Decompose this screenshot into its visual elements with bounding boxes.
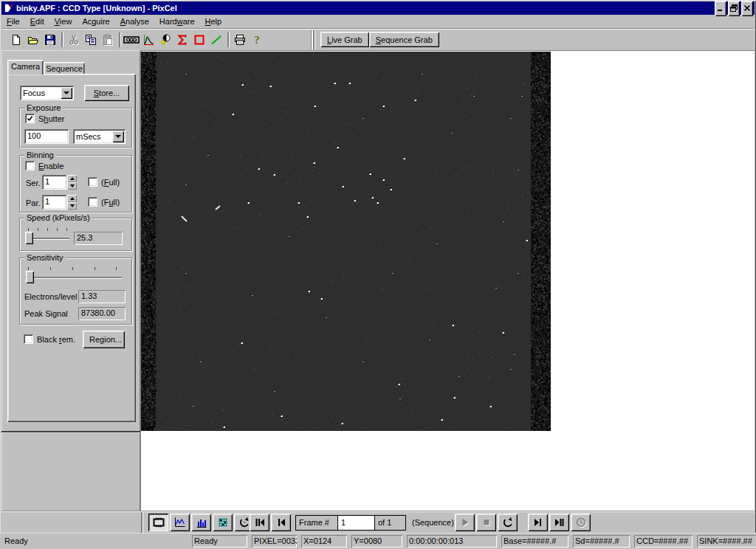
restore-icon (729, 4, 738, 12)
menu-help[interactable]: Help (200, 15, 227, 27)
ccd-readout-button[interactable] (123, 32, 140, 48)
status-panel-sd: Sd=#####.# (573, 535, 630, 548)
save-floppy-button[interactable] (41, 32, 58, 48)
speed-slider-thumb[interactable] (25, 232, 33, 244)
step-forward-button[interactable] (528, 514, 548, 531)
status-panel-y-0080: Y=0080 (351, 535, 402, 548)
timer-clock-button (571, 514, 591, 531)
status-panel-pixel-00331: PIXEL=00331 (252, 535, 297, 548)
app-icon (4, 3, 14, 13)
grid-table-icon (217, 517, 229, 528)
restore-button[interactable] (728, 1, 740, 16)
stop-icon (481, 517, 492, 528)
menu-analyse[interactable]: Analyse (115, 15, 154, 27)
status-panel-0-00-00-00-013: 0:00:00:00:013 (407, 535, 497, 548)
histogram-button[interactable] (140, 32, 157, 48)
film-frame-button[interactable] (148, 514, 168, 531)
minimize-button[interactable] (715, 1, 726, 16)
spin-down-icon[interactable] (67, 182, 77, 190)
ccd-readout-icon (123, 34, 140, 46)
line-plot-icon (174, 517, 186, 528)
parallel-full-checkbox[interactable]: (Full) (88, 197, 120, 207)
checkbox-icon (88, 197, 97, 207)
region-button[interactable]: Region... (83, 331, 125, 348)
status-panels: ReadyPIXEL=00331X=0124Y=00800:00:00:00:0… (192, 535, 756, 548)
dropdown-arrow-icon[interactable] (112, 131, 124, 142)
tab-camera[interactable]: Camera (7, 60, 44, 75)
readout-mode-select[interactable]: Focus (20, 86, 74, 100)
menu-view[interactable]: View (49, 15, 78, 27)
playback-buttons (455, 514, 518, 531)
new-file-button[interactable] (7, 32, 24, 48)
binning-enable-checkbox[interactable]: Enable (25, 161, 63, 170)
open-folder-button[interactable] (24, 32, 41, 48)
serial-binning-label: Ser. (26, 179, 41, 187)
close-button[interactable] (741, 1, 753, 16)
brightness-contrast-button[interactable] (157, 32, 173, 48)
bar-chart-button[interactable] (191, 514, 211, 531)
frame-number-input[interactable]: 1 (337, 515, 375, 531)
parallel-binning-stepper[interactable] (67, 195, 77, 210)
step-back-button[interactable] (271, 514, 291, 531)
spin-up-icon[interactable] (67, 175, 77, 182)
menu-file[interactable]: File (1, 15, 25, 27)
dropdown-arrow-icon[interactable] (61, 87, 72, 99)
serial-full-checkbox[interactable]: (Full) (88, 177, 120, 187)
sensitivity-slider-thumb[interactable] (26, 271, 34, 283)
view-mode-buttons (148, 514, 254, 531)
spin-up-icon[interactable] (67, 195, 77, 202)
goto-first-button[interactable] (250, 514, 269, 531)
speed-group: Speed (kPixels/s) 25.3 (19, 218, 132, 251)
exposure-group-title: Exposure (24, 103, 63, 112)
black-removal-checkbox[interactable]: Black rem. (24, 334, 75, 344)
toolbar-icons: ? (7, 32, 265, 48)
brightness-contrast-icon (159, 34, 171, 46)
exposure-units-value: mSecs (73, 132, 112, 141)
grid-table-button[interactable] (213, 514, 233, 531)
electrons-level-label: Electrons/level (24, 292, 78, 301)
help-question-icon: ? (251, 34, 263, 46)
store-button[interactable]: Store... (84, 85, 129, 101)
status-panel-base: Base=#####.# (501, 535, 568, 548)
parallel-binning-input[interactable]: 1 (42, 195, 66, 210)
serial-full-label: (Full) (101, 178, 120, 187)
menu-edit[interactable]: Edit (25, 15, 49, 27)
sum-sigma-button[interactable] (173, 32, 190, 48)
copy-pages-button[interactable] (82, 32, 99, 48)
pixcel-window: binky.APF : CCD Type [Unknown] - PixCel … (0, 0, 756, 549)
toolbar-separator (224, 32, 231, 47)
binning-group-title: Binning (24, 151, 56, 159)
goto-last-button[interactable] (549, 514, 569, 531)
exposure-time-input[interactable]: 100 (24, 129, 69, 144)
paste-clipboard-icon (102, 34, 114, 46)
line-plot-button[interactable] (170, 514, 190, 531)
menu-hardware[interactable]: Hardware (154, 15, 200, 27)
tab-sequence[interactable]: Sequence (44, 62, 85, 75)
panel-divider (1, 431, 140, 432)
live-grab-button[interactable]: Live Grab (320, 32, 369, 47)
toolbar-band-separator (313, 30, 315, 49)
menu-acquire[interactable]: Acquire (77, 15, 114, 27)
window-title: binky.APF : CCD Type [Unknown] - PixCel (16, 4, 715, 13)
menubar: FileEditViewAcquireAnalyseHardwareHelp (1, 15, 755, 28)
nav-back-buttons (250, 514, 291, 531)
sequence-grab-button[interactable]: Sequence Grab (369, 32, 439, 47)
checkbox-icon (88, 177, 97, 187)
ccd-image[interactable] (141, 52, 551, 431)
status-panel-x-0124: X=0124 (301, 535, 347, 548)
goto-first-icon (254, 517, 266, 528)
binning-group: Binning Enable Ser. 1 (Full) Par. 1 (19, 155, 132, 213)
shutter-checkbox[interactable]: Shutter (25, 114, 64, 123)
main-toolbar: ? Live Grab Sequence Grab (1, 28, 755, 50)
print-button[interactable] (231, 32, 248, 48)
loop-button[interactable] (498, 514, 518, 531)
line-profile-button[interactable] (207, 32, 224, 48)
spin-down-icon[interactable] (67, 202, 77, 210)
region-box-button[interactable] (190, 32, 207, 48)
sensitivity-group: Sensitivity Electrons/level 1.33 Peak Si… (19, 258, 132, 325)
timer-clock-icon (575, 517, 587, 528)
help-question-button[interactable]: ? (248, 32, 265, 48)
serial-binning-stepper[interactable] (67, 175, 77, 190)
serial-binning-input[interactable]: 1 (42, 175, 66, 190)
exposure-units-select[interactable]: mSecs (73, 129, 126, 144)
